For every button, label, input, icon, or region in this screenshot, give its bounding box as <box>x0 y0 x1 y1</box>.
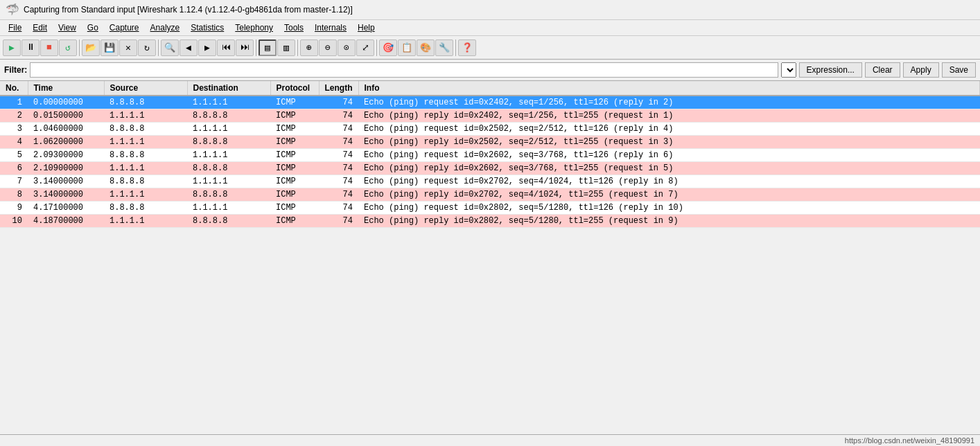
table-cell: Echo (ping) reply id=0x2802, seq=5/1280,… <box>358 215 980 228</box>
app-icon: 🦈 <box>6 3 19 17</box>
table-cell: 1.04600000 <box>28 123 104 136</box>
menu-item-internals[interactable]: Internals <box>309 21 352 34</box>
table-row[interactable]: 20.015000001.1.1.18.8.8.8ICMP74Echo (pin… <box>0 109 980 123</box>
expression-button[interactable]: Expression... <box>799 62 862 78</box>
menu-item-telephony[interactable]: Telephony <box>229 21 279 34</box>
zoom-in[interactable]: ⊕ <box>300 39 318 56</box>
table-cell: 74 <box>319 149 358 162</box>
table-cell: ICMP <box>270 175 319 188</box>
table-cell: 2 <box>0 109 28 123</box>
col-info[interactable]: Info <box>358 81 980 96</box>
toolbar-separator <box>158 39 159 56</box>
zoom-out[interactable]: ⊖ <box>319 39 337 56</box>
table-cell: 4 <box>0 136 28 149</box>
toolbar-separator <box>297 39 298 56</box>
restart-capture[interactable]: ↺ <box>59 39 77 56</box>
table-cell: Echo (ping) request id=0x2402, seq=1/256… <box>358 96 980 109</box>
table-cell: Echo (ping) reply id=0x2502, seq=2/512, … <box>358 136 980 149</box>
menu-item-edit[interactable]: Edit <box>27 21 53 34</box>
menu-item-statistics[interactable]: Statistics <box>185 21 229 34</box>
stop-capture[interactable]: ■ <box>40 39 58 56</box>
go-last[interactable]: ⏭ <box>236 39 254 56</box>
table-row[interactable]: 31.046000008.8.8.81.1.1.1ICMP74Echo (pin… <box>0 123 980 136</box>
clear-button[interactable]: Clear <box>865 62 900 78</box>
table-row[interactable]: 52.093000008.8.8.81.1.1.1ICMP74Echo (pin… <box>0 149 980 162</box>
capture-filter-btn[interactable]: 🎯 <box>379 39 397 56</box>
colorize-btn[interactable]: 🎨 <box>417 39 435 56</box>
packet-list[interactable]: No. Time Source Destination Protocol Len… <box>0 81 980 228</box>
reload[interactable]: ↻ <box>138 39 156 56</box>
title-bar: 🦈 Capturing from Standard input [Wiresha… <box>0 0 980 20</box>
table-cell: 74 <box>319 109 358 123</box>
prev[interactable]: ◀ <box>180 39 198 56</box>
filter-dropdown[interactable] <box>781 62 796 78</box>
table-cell: 8.8.8.8 <box>104 175 187 188</box>
table-cell: 3.14000000 <box>28 175 104 188</box>
table-cell: 8.8.8.8 <box>187 188 270 202</box>
col-length[interactable]: Length <box>319 81 358 96</box>
table-cell: 1.1.1.1 <box>104 162 187 175</box>
table-cell: 9 <box>0 202 28 215</box>
table-cell: 8.8.8.8 <box>104 123 187 136</box>
table-cell: 8.8.8.8 <box>187 162 270 175</box>
open-file[interactable]: 📂 <box>82 39 100 56</box>
col-destination[interactable]: Destination <box>187 81 270 96</box>
table-cell: 74 <box>319 188 358 202</box>
table-cell: 1.1.1.1 <box>187 202 270 215</box>
table-cell: ICMP <box>270 136 319 149</box>
menu-item-capture[interactable]: Capture <box>104 21 145 34</box>
table-cell: ICMP <box>270 123 319 136</box>
go-first[interactable]: ⏮ <box>217 39 235 56</box>
help-btn[interactable]: ❓ <box>458 39 476 56</box>
table-cell: 1.1.1.1 <box>104 136 187 149</box>
save-file[interactable]: 💾 <box>100 39 119 56</box>
col-source[interactable]: Source <box>104 81 187 96</box>
filter-input[interactable] <box>30 62 778 78</box>
table-cell: 1.1.1.1 <box>104 215 187 228</box>
packet-list-toggle[interactable]: ▤ <box>259 39 277 56</box>
table-cell: 74 <box>319 123 358 136</box>
zoom-fit[interactable]: ⊙ <box>338 39 356 56</box>
table-cell: ICMP <box>270 215 319 228</box>
table-cell: 1.1.1.1 <box>104 109 187 123</box>
table-row[interactable]: 104.187000001.1.1.18.8.8.8ICMP74Echo (pi… <box>0 215 980 228</box>
apply-button[interactable]: Apply <box>903 62 939 78</box>
table-row[interactable]: 94.171000008.8.8.81.1.1.1ICMP74Echo (pin… <box>0 202 980 215</box>
next[interactable]: ▶ <box>198 39 216 56</box>
table-cell: 4.18700000 <box>28 215 104 228</box>
filter-label: Filter: <box>4 65 27 75</box>
menu-item-help[interactable]: Help <box>352 21 380 34</box>
table-cell: 1.1.1.1 <box>104 188 187 202</box>
save-button[interactable]: Save <box>942 62 976 78</box>
table-cell: 8.8.8.8 <box>187 136 270 149</box>
packet-detail-toggle[interactable]: ▥ <box>277 39 295 56</box>
menu-item-go[interactable]: Go <box>82 21 104 34</box>
table-cell: 1 <box>0 96 28 109</box>
table-cell: 8.8.8.8 <box>104 149 187 162</box>
table-cell: 74 <box>319 175 358 188</box>
table-row[interactable]: 62.109000001.1.1.18.8.8.8ICMP74Echo (pin… <box>0 162 980 175</box>
table-cell: 0.00000000 <box>28 96 104 109</box>
table-cell: 5 <box>0 149 28 162</box>
start-capture[interactable]: ▶ <box>3 39 21 56</box>
col-protocol[interactable]: Protocol <box>270 81 319 96</box>
menu-item-view[interactable]: View <box>53 21 82 34</box>
table-row[interactable]: 10.000000008.8.8.81.1.1.1ICMP74Echo (pin… <box>0 96 980 109</box>
table-row[interactable]: 73.140000008.8.8.81.1.1.1ICMP74Echo (pin… <box>0 175 980 188</box>
table-row[interactable]: 41.062000001.1.1.18.8.8.8ICMP74Echo (pin… <box>0 136 980 149</box>
menu-item-file[interactable]: File <box>3 21 27 34</box>
menu-item-analyze[interactable]: Analyze <box>145 21 186 34</box>
table-row[interactable]: 83.140000001.1.1.18.8.8.8ICMP74Echo (pin… <box>0 188 980 202</box>
tools-btn[interactable]: 🔧 <box>435 39 453 56</box>
pause-capture[interactable]: ⏸ <box>21 39 40 56</box>
table-cell: 1.1.1.1 <box>187 149 270 162</box>
table-cell: 8.8.8.8 <box>104 202 187 215</box>
find[interactable]: 🔍 <box>161 39 179 56</box>
toolbar-separator <box>455 39 456 56</box>
col-time[interactable]: Time <box>28 81 104 96</box>
display-filter-btn[interactable]: 📋 <box>398 39 416 56</box>
menu-item-tools[interactable]: Tools <box>279 21 309 34</box>
close-file[interactable]: ✕ <box>119 39 137 56</box>
col-no[interactable]: No. <box>0 81 28 96</box>
resize-cols[interactable]: ⤢ <box>356 39 374 56</box>
